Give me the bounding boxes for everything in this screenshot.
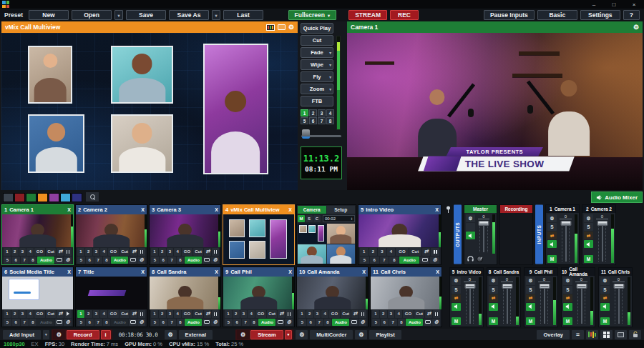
input-cell[interactable]: 7 Title X 1 2 3 4 GO Cut ⇄ 5 6 7 8	[75, 267, 147, 327]
swap-icon[interactable]: ⇄	[130, 248, 137, 256]
overlay-4-button[interactable]: 4	[100, 310, 107, 318]
input-close-button[interactable]: X	[362, 269, 366, 274]
bank-7-button[interactable]: 7	[21, 257, 29, 264]
overlay-1-button[interactable]: 1	[4, 310, 11, 318]
cut-button[interactable]: Cut	[46, 248, 57, 256]
swap-icon[interactable]: ⇄	[422, 248, 431, 256]
tbar-handle[interactable]	[302, 129, 310, 139]
bank-7-button[interactable]: 7	[316, 319, 323, 327]
bank-7-button[interactable]: 7	[389, 319, 397, 327]
stream-indicator-button[interactable]: STREAM	[348, 10, 387, 20]
external-screen-icon[interactable]	[615, 330, 627, 339]
fullscreen-preview-icon[interactable]	[420, 257, 429, 264]
input-thumbnail[interactable]	[150, 277, 220, 309]
overlay-2-button[interactable]: 2	[159, 310, 166, 318]
fullscreen-preview-icon[interactable]	[424, 319, 431, 327]
bank-5-button[interactable]: 5	[298, 319, 306, 327]
stinger-button[interactable]: 5	[301, 117, 308, 124]
channel-mute-button[interactable]: M	[584, 255, 593, 263]
swap-icon[interactable]: ⇄	[130, 310, 137, 318]
fade-button[interactable]: Fade▾	[301, 47, 333, 58]
audio-toggle-button[interactable]: Audio	[406, 319, 423, 327]
bank-8-button[interactable]: 8	[177, 257, 185, 264]
cut-button[interactable]: Cut	[119, 310, 130, 318]
bank-7-button[interactable]: 7	[168, 319, 176, 327]
bank-6-button[interactable]: 6	[12, 319, 20, 327]
channel-speaker-icon[interactable]	[547, 240, 557, 248]
playlist-button[interactable]: Playlist	[369, 330, 401, 339]
playlist-settings-gear-icon[interactable]: ⚙	[355, 330, 367, 339]
input-thumbnail[interactable]	[76, 277, 147, 309]
stinger-button[interactable]: 7	[318, 117, 326, 124]
channel-bus-routing-icon[interactable]: ⇄	[547, 232, 557, 239]
play-pause-button[interactable]	[138, 248, 145, 256]
settings-button[interactable]: Settings	[580, 10, 620, 20]
channel-fader[interactable]: 0	[574, 277, 589, 326]
bank-8-button[interactable]: 8	[250, 319, 258, 327]
bank-8-button[interactable]: 8	[177, 319, 185, 327]
channel-solo-button[interactable]: S	[489, 286, 498, 294]
channel-mute-button[interactable]: M	[526, 317, 535, 325]
bank-5-button[interactable]: 5	[4, 319, 11, 327]
bank-8-button[interactable]: 8	[398, 319, 406, 327]
add-input-button[interactable]: Add Input	[3, 330, 41, 339]
overlay-3-button[interactable]: 3	[388, 310, 395, 318]
channel-bus-routing-icon[interactable]: ⇄	[489, 294, 498, 302]
input-settings-gear-icon[interactable]: ⚙	[285, 319, 293, 327]
fly-caret-icon[interactable]: ▾	[329, 75, 331, 79]
bank-8-button[interactable]: 8	[324, 319, 332, 327]
category-color-tab[interactable]	[72, 193, 82, 202]
overlay-2-button[interactable]: 2	[159, 248, 166, 256]
input-close-button[interactable]: X	[215, 269, 218, 274]
stinger-button[interactable]: 1	[301, 109, 308, 116]
overlay-1-button[interactable]: 1	[225, 310, 232, 318]
channel-speaker-icon[interactable]	[489, 303, 498, 311]
input-cell[interactable]: 11 Call Chris X 1 2 3 4 GO Cut ⇄ 5 6 7	[370, 267, 442, 327]
play-pause-button[interactable]	[286, 310, 293, 318]
overlay-3-button[interactable]: 3	[19, 310, 26, 318]
record-info-button[interactable]: i	[101, 330, 111, 339]
stream-caret-icon[interactable]: ▾	[285, 330, 293, 339]
bank-5-button[interactable]: 5	[151, 319, 159, 327]
master-bus-button[interactable]	[466, 223, 475, 231]
participant-tile[interactable]	[298, 244, 326, 264]
play-pause-button[interactable]	[64, 310, 72, 318]
fader-handle[interactable]	[479, 221, 489, 226]
channel-fader[interactable]: 0	[558, 214, 573, 263]
overlay-1-button[interactable]: 1	[77, 248, 84, 256]
category-color-tab[interactable]	[49, 193, 59, 202]
quick-play-button[interactable]: Quick Play	[301, 23, 333, 34]
bank-6-button[interactable]: 6	[160, 319, 167, 327]
participant-tile[interactable]	[327, 244, 356, 264]
channel-fader[interactable]: 0	[595, 214, 610, 263]
pause-inputs-button[interactable]: Pause Inputs	[484, 10, 535, 20]
cut-button[interactable]: Cut	[46, 310, 57, 318]
audio-toggle-button[interactable]: Audio	[258, 319, 275, 327]
spinner-icon[interactable]: ↕	[351, 217, 353, 221]
play-pause-button[interactable]	[212, 248, 219, 256]
audio-toggle-button[interactable]: Audio	[111, 319, 128, 327]
close-button[interactable]: ×	[624, 0, 644, 9]
add-input-caret-icon[interactable]: ▾	[43, 330, 49, 339]
bank-5-button[interactable]: 5	[151, 257, 159, 264]
master-settings-gear-icon[interactable]: ⚙	[466, 214, 475, 222]
swap-icon[interactable]: ⇄	[351, 310, 358, 318]
program-header[interactable]: Camera 1 ⚙	[347, 21, 643, 33]
overlay-2-button[interactable]: 2	[85, 248, 92, 256]
input-header[interactable]: 4 vMix Call Multiview X	[223, 205, 294, 214]
play-pause-button[interactable]	[431, 248, 439, 256]
swap-icon[interactable]: ⇄	[278, 310, 285, 318]
wipe-button[interactable]: Wipe▾	[301, 59, 333, 70]
basic-button[interactable]: Basic	[537, 10, 577, 20]
audio-toggle-button[interactable]: Audio	[185, 257, 202, 264]
audio-levels-icon[interactable]	[586, 330, 598, 339]
channel-settings-gear-icon[interactable]: ⚙	[526, 277, 535, 285]
cut-button[interactable]: Cut	[193, 248, 204, 256]
input-thumbnail[interactable]	[297, 277, 368, 309]
external-settings-gear-icon[interactable]: ⚙	[165, 330, 177, 339]
last-button[interactable]: Last	[223, 10, 263, 20]
call-setup-tab[interactable]: Setup	[327, 206, 356, 214]
channel-speaker-icon[interactable]	[452, 303, 461, 311]
fader-handle[interactable]	[576, 284, 587, 289]
master-speaker-icon[interactable]	[466, 232, 475, 239]
